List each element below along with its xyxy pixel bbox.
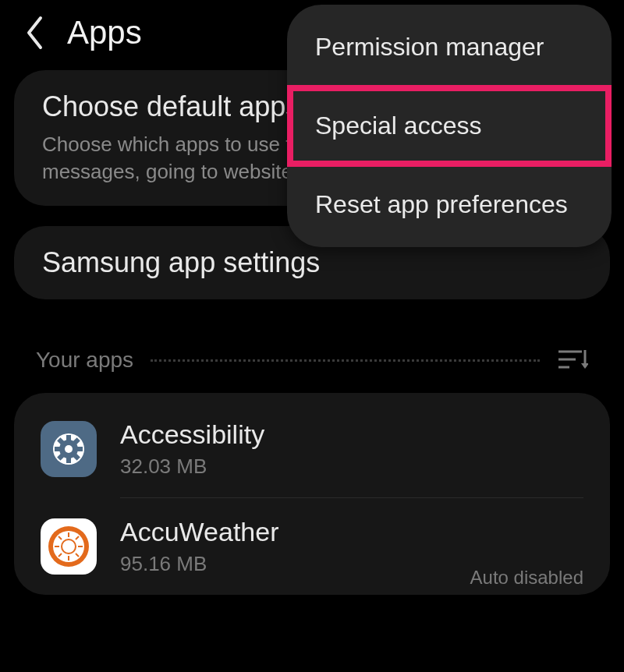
menu-item-permission-manager[interactable]: Permission manager: [287, 11, 612, 83]
your-apps-section-header: Your apps: [0, 320, 624, 385]
page-title: Apps: [67, 14, 142, 51]
svg-point-14: [65, 445, 73, 453]
menu-item-reset-app-preferences[interactable]: Reset app preferences: [287, 168, 612, 241]
app-row-accuweather[interactable]: AccuWeather 95.16 MB Auto disabled: [14, 498, 610, 595]
app-size: 32.03 MB: [120, 454, 583, 479]
sort-icon[interactable]: [558, 348, 588, 372]
app-name: AccuWeather: [120, 517, 583, 547]
app-name: Accessibility: [120, 419, 583, 450]
menu-item-special-access[interactable]: Special access: [287, 85, 612, 167]
divider-dots: [151, 359, 540, 362]
card-title: Samsung app settings: [42, 246, 582, 279]
sun-icon: [41, 518, 97, 575]
section-label: Your apps: [36, 348, 133, 373]
back-icon[interactable]: [23, 15, 47, 51]
overflow-menu: Permission manager Special access Reset …: [287, 5, 612, 247]
app-row-accessibility[interactable]: Accessibility 32.03 MB: [14, 401, 610, 497]
apps-list: Accessibility 32.03 MB: [14, 393, 610, 595]
gear-icon: [41, 421, 97, 477]
status-badge: Auto disabled: [470, 567, 583, 589]
